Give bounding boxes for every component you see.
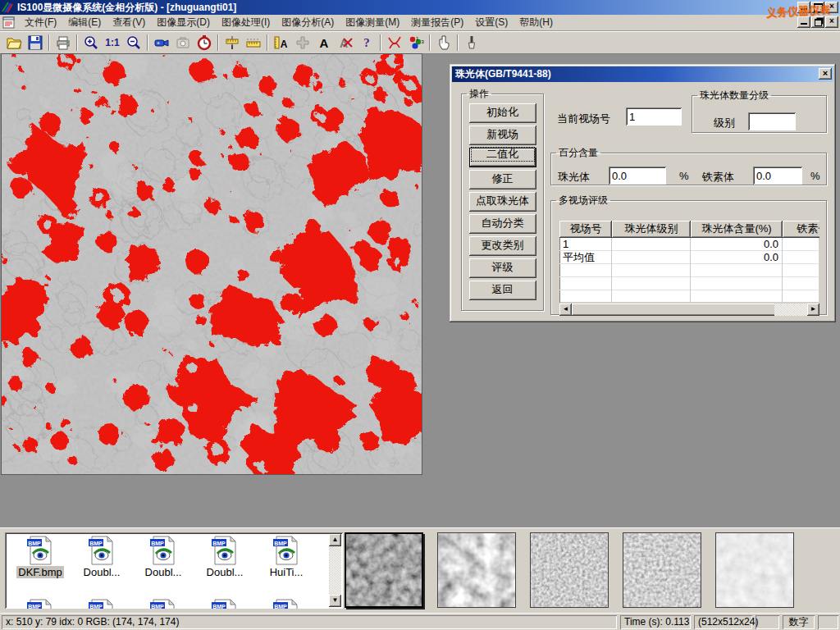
header-cell[interactable]: 珠光体级别	[612, 221, 691, 238]
status-resolution: (512x512x24)	[694, 615, 752, 629]
scroll-left-button[interactable]: ◄	[559, 304, 572, 316]
scroll-down-button[interactable]: ▼	[329, 595, 341, 607]
pointer-tool-button[interactable]	[433, 33, 454, 52]
micrograph-image[interactable]	[2, 54, 422, 474]
timer-button[interactable]	[194, 33, 215, 52]
text-delete-button[interactable]: A	[335, 33, 356, 52]
camera-button[interactable]	[172, 33, 194, 52]
zoom-out-button[interactable]	[123, 33, 144, 52]
multifield-table[interactable]: 视场号 珠光体级别 珠光体含量(%) 铁素体含量(%) 1 0.0	[559, 221, 819, 303]
table-row[interactable]: 1 0.0	[559, 238, 819, 251]
minimize-button[interactable]	[797, 2, 810, 13]
table-cell	[612, 238, 691, 251]
return-button[interactable]: 返回	[469, 281, 536, 300]
menu-item-image-display[interactable]: 图像显示(D)	[151, 14, 216, 31]
file-list[interactable]: DKF.bmp Doubl... Doubl... Doubl... HuiTi…	[5, 532, 343, 609]
file-label: HuiTi...	[268, 566, 305, 578]
file-item[interactable]	[10, 599, 71, 609]
thumbnail-5[interactable]	[715, 532, 794, 608]
file-item[interactable]	[194, 599, 255, 609]
header-cell[interactable]: 视场号	[559, 221, 612, 238]
open-button[interactable]	[3, 33, 25, 52]
child-restore-button[interactable]	[811, 16, 824, 28]
menu-item-image-measure[interactable]: 图像测量(M)	[340, 14, 405, 31]
file-item[interactable]	[133, 599, 194, 609]
menu-item-image-process[interactable]: 图像处理(I)	[216, 14, 276, 31]
brush-icon	[463, 34, 480, 51]
dialog-titlebar[interactable]: 珠光体(GB/T9441-88) ×	[452, 66, 833, 82]
new-field-button[interactable]: 新视场	[469, 126, 536, 145]
file-item[interactable]: HuiTi...	[256, 536, 317, 578]
text-button[interactable]: A	[313, 33, 335, 52]
grade-button[interactable]: 评级	[469, 258, 536, 278]
move-cross-button[interactable]	[292, 33, 313, 52]
curve-tool-button[interactable]	[384, 33, 405, 52]
file-item[interactable]	[71, 599, 132, 609]
grade-level-input[interactable]	[748, 112, 796, 130]
actual-size-button[interactable]: 1:1	[102, 33, 123, 52]
binarize-button[interactable]: 二值化	[469, 148, 536, 167]
zoom-in-button[interactable]	[80, 33, 102, 52]
brush-tool-button[interactable]	[461, 33, 482, 52]
dialog-title: 珠光体(GB/T9441-88)	[455, 67, 551, 81]
thumbnail-4[interactable]	[623, 532, 701, 608]
toolbar-separator	[457, 34, 459, 51]
thumbnail-2[interactable]	[437, 532, 516, 608]
menu-item-help[interactable]: 帮助(H)	[514, 14, 559, 31]
file-item[interactable]	[256, 599, 317, 609]
close-button[interactable]: ×	[825, 2, 838, 13]
child-minimize-button[interactable]	[797, 16, 810, 28]
toolbar-separator	[217, 34, 219, 51]
init-button[interactable]: 初始化	[469, 103, 536, 123]
thumbnail-3[interactable]	[530, 532, 609, 608]
file-item[interactable]: Doubl...	[71, 536, 132, 578]
percent-group-label: 百分含量	[556, 146, 600, 160]
menu-item-settings[interactable]: 设置(S)	[469, 14, 514, 31]
change-class-button[interactable]: 更改类别	[469, 236, 536, 256]
menu-item-report[interactable]: 测量报告(P)	[405, 14, 469, 31]
classify-rgb-button[interactable]: 13	[405, 33, 427, 52]
pick-pearlite-button[interactable]: 点取珠光体	[469, 192, 536, 212]
file-list-scrollbar[interactable]: ▲ ▼	[329, 534, 341, 607]
app-logo-icon	[2, 2, 14, 13]
bmp-file-icon	[211, 536, 239, 565]
correct-button[interactable]: 修正	[469, 170, 536, 189]
scroll-up-button[interactable]: ▲	[329, 534, 341, 546]
status-time: Time (s): 0.113	[620, 615, 691, 629]
file-item[interactable]: DKF.bmp	[10, 536, 71, 578]
menu-item-image-analysis[interactable]: 图像分析(A)	[276, 14, 340, 31]
file-item[interactable]: Doubl...	[194, 536, 255, 578]
text-measure-button[interactable]: A	[271, 33, 292, 52]
menu-item-view[interactable]: 查看(V)	[107, 14, 151, 31]
scroll-right-button[interactable]: ►	[807, 304, 819, 316]
vertical-ruler-icon	[224, 34, 240, 51]
header-cell[interactable]: 珠光体含量(%)	[691, 221, 783, 238]
menu-item-edit[interactable]: 编辑(E)	[62, 14, 107, 31]
maximize-button[interactable]	[811, 2, 824, 13]
help-button[interactable]: ?	[356, 33, 377, 52]
save-button[interactable]	[25, 33, 46, 52]
percent-sign: %	[810, 170, 820, 182]
current-field-input[interactable]	[626, 107, 682, 126]
thumbnail-1[interactable]	[345, 532, 423, 608]
horizontal-measure-button[interactable]	[243, 33, 264, 52]
scroll-thumb[interactable]	[572, 304, 787, 316]
video-capture-button[interactable]	[151, 33, 172, 52]
help-icon: ?	[363, 36, 370, 50]
pearlite-label: 珠光体	[558, 170, 590, 185]
open-folder-icon	[6, 34, 22, 51]
child-close-button[interactable]: ×	[825, 16, 838, 28]
bmp-file-icon	[211, 599, 239, 609]
table-row[interactable]: 平均值 0.0	[559, 251, 819, 264]
vertical-measure-button[interactable]	[221, 33, 243, 52]
header-cell[interactable]: 铁素体含量(%)	[783, 221, 819, 238]
dialog-close-button[interactable]: ×	[819, 68, 832, 80]
menu-item-file[interactable]: 文件(F)	[19, 14, 62, 31]
auto-classify-button[interactable]: 自动分类	[469, 214, 536, 234]
table-hscrollbar[interactable]: ◄ ►	[559, 304, 819, 316]
ferrite-percent-input[interactable]	[753, 167, 802, 185]
file-item[interactable]: Doubl...	[133, 536, 194, 578]
pearlite-percent-input[interactable]	[609, 167, 666, 185]
print-button[interactable]	[52, 33, 74, 52]
scroll-track[interactable]	[774, 304, 807, 316]
